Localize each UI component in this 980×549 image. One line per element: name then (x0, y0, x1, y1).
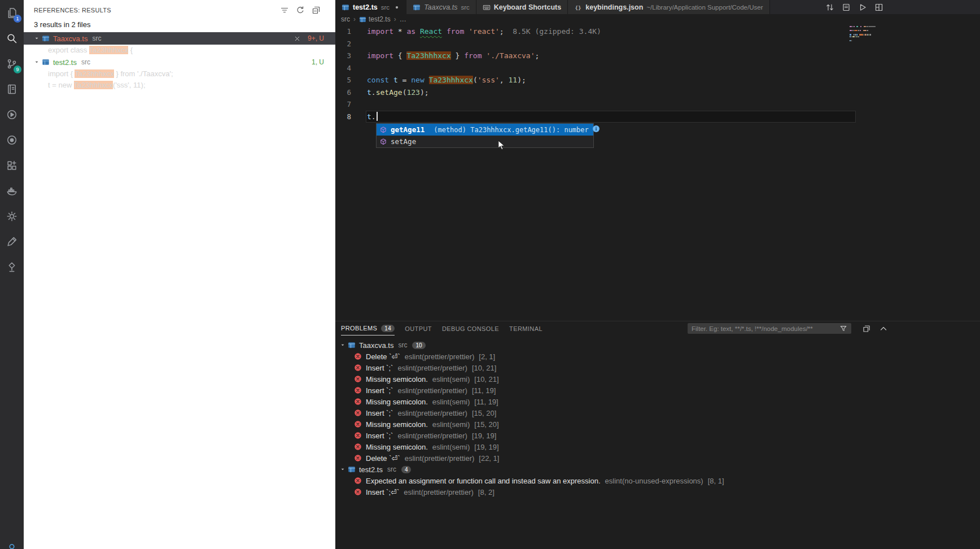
problem-row[interactable]: Insert `;`eslint(prettier/prettier)[19, … (335, 430, 980, 441)
editor-tabs: test2.tssrcTaaxcva.tssrcKeyboard Shortcu… (335, 0, 770, 14)
reference-match[interactable]: export class Ta23hhhxcx { (24, 45, 335, 56)
problem-source: eslint(semi) (432, 420, 470, 429)
problem-position: [10, 21] (472, 364, 496, 372)
minimap[interactable] (850, 26, 876, 42)
breadcrumb-item[interactable]: src (341, 15, 350, 23)
file-path: src (92, 34, 101, 42)
open-file-icon[interactable] (842, 3, 851, 12)
text-cursor (377, 112, 378, 121)
collapse-all-icon[interactable] (312, 6, 321, 15)
activity-item-design[interactable] (0, 229, 24, 254)
reference-match[interactable]: import { Ta23hhhxcx } from './Taaxcva'; (24, 68, 335, 80)
problem-row[interactable]: Delete `⏎`eslint(prettier/prettier)[2, 1… (335, 351, 980, 362)
panel-tab-output[interactable]: OUTPUT (405, 321, 432, 336)
code-token: t (367, 88, 371, 97)
code-line[interactable]: 7 (335, 98, 980, 111)
problem-row[interactable]: Expected an assignment or function call … (335, 475, 980, 486)
code-token: t (393, 76, 398, 84)
code-editor[interactable]: 1import * as React from 'react'; 8.5K (g… (335, 24, 980, 321)
problem-row[interactable]: Insert `;`eslint(prettier/prettier)[11, … (335, 385, 980, 396)
restore-panel-icon[interactable] (862, 324, 871, 333)
code-token: import (367, 51, 393, 60)
activity-item-files[interactable]: 1 (0, 0, 24, 25)
editor-layout-icon[interactable] (874, 3, 883, 12)
problem-message: Insert `;` (366, 432, 393, 440)
code-line[interactable]: 4 (335, 62, 980, 75)
code-token (482, 51, 487, 60)
activity-item-live-share[interactable] (0, 127, 24, 152)
filter-list-icon[interactable] (280, 6, 289, 15)
ts-file-icon (348, 465, 356, 473)
suggest-info[interactable] (592, 125, 600, 134)
minimap-segment (868, 26, 876, 27)
open-changes-icon[interactable] (825, 3, 834, 12)
breadcrumb-item[interactable]: … (400, 15, 406, 23)
modified-dot-icon (394, 5, 400, 10)
chevron-up-icon[interactable] (879, 324, 888, 333)
problem-source: eslint(semi) (432, 375, 470, 384)
problem-message: Insert `;` (366, 409, 393, 417)
run-code-icon[interactable] (858, 3, 867, 12)
problem-row[interactable]: Insert `;`eslint(prettier/prettier)[10, … (335, 362, 980, 373)
minimap-segment (870, 34, 871, 35)
error-icon (354, 364, 362, 372)
code-text: import { Ta23hhhxcx } from './Taaxcva'; (367, 51, 539, 60)
problem-row[interactable]: Missing semicolon.eslint(semi)[15, 20] (335, 419, 980, 430)
problems-file-row[interactable]: Taaxcva.tssrc10 (335, 339, 980, 351)
method-icon (379, 126, 387, 134)
tab-test2-ts[interactable]: test2.tssrc (335, 0, 406, 14)
code-line[interactable]: 3import { Ta23hhhxcx } from './Taaxcva'; (335, 50, 980, 62)
activity-item-notebook[interactable] (0, 76, 24, 102)
code-token: ('sss', 11); (113, 81, 145, 89)
code-line[interactable]: 5const t = new Ta23hhhxcx('sss', 11); (335, 74, 980, 86)
mouse-pointer (498, 140, 505, 150)
activity-item-search[interactable] (0, 25, 24, 51)
code-token (415, 27, 420, 36)
code-token: Ta23hhhxcx (75, 69, 113, 78)
panel-tab-terminal[interactable]: TERMINAL (509, 321, 542, 336)
breadcrumb-item[interactable]: test2.ts (359, 15, 391, 23)
reference-file-row[interactable]: test2.tssrc1, U (24, 56, 335, 68)
activity-item-docker[interactable] (0, 178, 24, 203)
suggest-item[interactable]: setAge (377, 136, 593, 147)
code-token: Ta23hhhxcx (89, 46, 128, 54)
minimap-segment (858, 30, 859, 31)
panel-tab-problems[interactable]: PROBLEMS14 (341, 321, 395, 336)
problem-row[interactable]: Missing semicolon.eslint(semi)[19, 19] (335, 441, 980, 452)
code-text: const t = new Ta23hhhxcx('sss', 11); (367, 76, 526, 84)
activity-item-debug[interactable] (0, 102, 24, 127)
activity-item-account[interactable] (0, 543, 24, 549)
problem-row[interactable]: Insert `;⏎`eslint(prettier/prettier)[8, … (335, 486, 980, 498)
problem-position: [2, 1] (479, 352, 495, 361)
reference-match[interactable]: t = new Ta23hhhxcx('sss', 11); (24, 80, 335, 91)
problems-file-row[interactable]: test2.tssrc4 (335, 464, 980, 475)
problem-row[interactable]: Missing semicolon.eslint(semi)[11, 19] (335, 396, 980, 407)
minimap-segment (850, 34, 851, 35)
problem-row[interactable]: Insert `;`eslint(prettier/prettier)[15, … (335, 407, 980, 419)
code-line[interactable]: 6t.setAge(123); (335, 86, 980, 99)
close-icon[interactable] (294, 35, 301, 42)
minimap-segment (867, 26, 867, 27)
activity-item-pipeline[interactable] (0, 254, 24, 280)
code-line[interactable]: 2 (335, 38, 980, 50)
reference-file-row[interactable]: Taaxcva.tssrc9+, U (24, 32, 335, 45)
problem-row[interactable]: Delete `⏎`eslint(prettier/prettier)[22, … (335, 452, 980, 464)
problem-row[interactable]: Missing semicolon.eslint(semi)[10, 21] (335, 373, 980, 385)
ts-file-icon (348, 341, 356, 349)
tab-keybindings-json[interactable]: {}keybindings.json~/Library/Application … (568, 0, 769, 14)
code-line[interactable]: 8t. (335, 111, 980, 123)
code-token: 11 (509, 76, 518, 84)
problems-filter-input[interactable] (692, 325, 839, 332)
code-line[interactable]: 1import * as React from 'react'; 8.5K (g… (335, 25, 980, 38)
code-token: setAge (376, 88, 403, 97)
activity-item-source-control[interactable]: 9 (0, 51, 24, 76)
twistie-icon (339, 342, 347, 348)
panel-tab-debug-console[interactable]: DEBUG CONSOLE (442, 321, 499, 336)
activity-item-gear[interactable] (0, 203, 24, 229)
tab-taaxcva-ts[interactable]: Taaxcva.tssrc (406, 0, 476, 14)
tab-keyboard-shortcuts[interactable]: Keyboard Shortcuts (476, 0, 568, 14)
suggest-item[interactable]: getAge11(method) Ta23hhhxcx.getAge11(): … (377, 124, 593, 136)
refresh-icon[interactable] (296, 6, 305, 15)
activity-item-extensions[interactable] (0, 152, 24, 178)
breadcrumb: src›test2.ts›… (335, 14, 980, 24)
